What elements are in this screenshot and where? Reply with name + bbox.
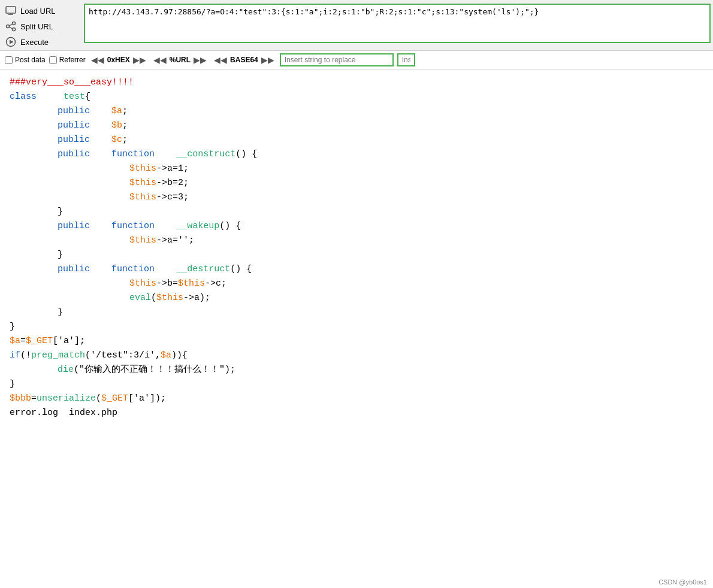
code-line-2: class test{ [10, 90, 703, 104]
keyword-public: public [58, 135, 90, 145]
split-url-button[interactable]: Split URL [2, 19, 56, 34]
svg-rect-0 [6, 7, 16, 13]
split-url-icon [5, 20, 17, 32]
hex-decode-btn[interactable]: ◀◀ [89, 54, 106, 65]
insert-string-input2[interactable] [397, 53, 415, 66]
svg-point-3 [7, 25, 10, 28]
code-line-15: $this->b=$this->c; [10, 277, 703, 291]
code-line-18: } [10, 320, 703, 334]
keyword-public: public [58, 106, 90, 116]
code-line-22: } [10, 377, 703, 392]
code-line-5: public $c; [10, 133, 703, 147]
code-text: ###very___so___easy!!!! [10, 77, 134, 87]
load-url-label: Load URL [20, 7, 56, 16]
code-line-10: } [10, 205, 703, 219]
hex-encode-group: ◀◀ 0xHEX ▶▶ [89, 54, 148, 65]
code-line-4: public $b; [10, 119, 703, 133]
post-data-label: Post data [15, 56, 46, 64]
code-display: ###very___so___easy!!!! class test{ publ… [0, 69, 713, 426]
load-url-button[interactable]: Load URL [2, 4, 58, 18]
hex-label: 0xHEX [107, 56, 130, 64]
svg-line-6 [10, 24, 13, 26]
url-encode-group: ◀◀ %URL ▶▶ [152, 54, 209, 65]
execute-icon [5, 36, 17, 48]
code-line-21: die("你输入的不正确！！！搞什么！！"); [10, 363, 703, 377]
var-b: $b [111, 120, 122, 131]
code-line-16: eval($this->a); [10, 291, 703, 305]
svg-point-4 [13, 22, 16, 25]
code-line-19: $a=$_GET['a']; [10, 334, 703, 348]
base64-encode-group: ◀◀ BASE64 ▶▶ [212, 54, 276, 65]
watermark: CSDN @yb0os1 [652, 576, 713, 588]
code-text [42, 92, 58, 102]
url-encode-btn[interactable]: ▶▶ [192, 54, 209, 65]
code-line-3: public $a; [10, 104, 703, 119]
referrer-checkbox[interactable] [49, 56, 57, 64]
code-line-1: ###very___so___easy!!!! [10, 75, 703, 90]
files-text: error.log index.php [10, 408, 117, 418]
url-area: http://43.143.7.97:28856/?a=O:4:"test":3… [84, 4, 711, 43]
code-line-7: $this->a=1; [10, 162, 703, 176]
keyword-public: public [58, 120, 90, 131]
code-line-17: } [10, 305, 703, 320]
keyword-class: class [10, 92, 37, 102]
url-label: %URL [170, 56, 191, 64]
svg-marker-9 [10, 40, 14, 44]
code-line-13: } [10, 248, 703, 262]
split-url-label: Split URL [20, 22, 53, 31]
toolbar-buttons: Load URL Split URL [0, 2, 84, 50]
svg-line-7 [10, 27, 13, 29]
var-a: $a [111, 106, 122, 116]
hex-encode-btn[interactable]: ▶▶ [131, 54, 148, 65]
url-decode-btn[interactable]: ◀◀ [152, 54, 168, 65]
code-line-24: error.log index.php [10, 406, 703, 420]
code-line-23: $bbb=unserialize($_GET['a']); [10, 392, 703, 406]
code-line-9: $this->c=3; [10, 190, 703, 205]
base64-decode-btn[interactable]: ◀◀ [212, 54, 229, 65]
code-line-20: if(!preg_match('/test":3/i',$a)){ [10, 348, 703, 363]
class-name: test [64, 92, 85, 102]
code-line-11: public function __wakeup() { [10, 219, 703, 234]
base64-label: BASE64 [230, 56, 258, 64]
main-toolbar: Load URL Split URL [0, 0, 713, 51]
post-data-checkbox-label[interactable]: Post data [5, 56, 46, 64]
url-input[interactable]: http://43.143.7.97:28856/?a=O:4:"test":3… [89, 7, 706, 37]
referrer-checkbox-label[interactable]: Referrer [49, 56, 86, 64]
post-data-checkbox[interactable] [5, 56, 13, 64]
code-line-14: public function __destruct() { [10, 262, 703, 277]
execute-button[interactable]: Execute [2, 35, 51, 49]
insert-string-input[interactable] [280, 53, 394, 66]
code-line-8: $this->b=2; [10, 176, 703, 190]
execute-label: Execute [20, 38, 49, 47]
svg-point-5 [13, 28, 16, 31]
load-url-icon [5, 5, 17, 17]
code-line-6: public function __construct() { [10, 147, 703, 162]
encoding-bar: Post data Referrer ◀◀ 0xHEX ▶▶ ◀◀ %URL ▶… [0, 51, 713, 69]
base64-encode-btn[interactable]: ▶▶ [259, 54, 276, 65]
var-c: $c [111, 135, 122, 145]
referrer-label: Referrer [59, 56, 86, 64]
code-line-12: $this->a=''; [10, 234, 703, 248]
watermark-text: CSDN @yb0os1 [658, 578, 707, 586]
